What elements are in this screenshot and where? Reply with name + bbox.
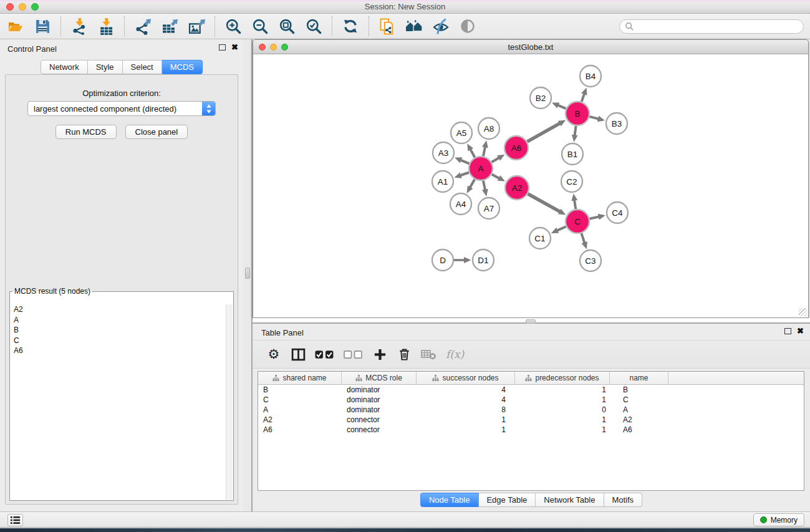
graph-node-D1[interactable]: D1: [473, 249, 494, 271]
task-history-button[interactable]: [7, 514, 23, 526]
mcds-result-item[interactable]: A6: [11, 346, 225, 356]
graph-node-B1[interactable]: B1: [562, 143, 583, 165]
graph-node-C[interactable]: C: [566, 210, 589, 233]
graph-edge-A-A4[interactable]: [470, 179, 475, 187]
graph-edge-A2-C[interactable]: [528, 194, 560, 212]
graph-node-C4[interactable]: C4: [607, 202, 628, 223]
graph-node-A[interactable]: A: [469, 157, 493, 180]
table-row[interactable]: Bdominator41B: [258, 385, 804, 395]
tab-motifs[interactable]: Motifs: [604, 493, 642, 507]
home-networks-button[interactable]: [403, 16, 425, 36]
zoom-fit-button[interactable]: [276, 16, 297, 36]
optimization-criterion-select[interactable]: largest connected component (directed): [27, 101, 216, 116]
graph-edge-A-A5[interactable]: [470, 149, 475, 157]
table-row[interactable]: A2connector11A2: [258, 415, 804, 425]
mcds-result-item[interactable]: C: [11, 336, 225, 346]
graph-node-C2[interactable]: C2: [561, 171, 582, 192]
run-mcds-button[interactable]: Run MCDS: [55, 125, 117, 139]
refresh-layout-button[interactable]: [340, 16, 361, 36]
window-resize-grip[interactable]: [799, 308, 807, 316]
graph-edge-A-A2[interactable]: [492, 174, 499, 178]
graph-edge-A6-B[interactable]: [527, 123, 560, 142]
graph-node-A7[interactable]: A7: [478, 198, 499, 219]
graph-node-C1[interactable]: C1: [529, 228, 551, 249]
graph-edge-A-A1[interactable]: [460, 173, 469, 176]
graph-edge-C-C1[interactable]: [557, 226, 566, 230]
vertical-split-handle[interactable]: [245, 268, 250, 279]
mcds-result-item[interactable]: A: [11, 315, 225, 326]
open-session-button[interactable]: [5, 16, 26, 36]
hide-selected-button[interactable]: [430, 16, 451, 36]
select-all-columns-button[interactable]: [315, 345, 334, 364]
graph-node-B[interactable]: B: [566, 102, 589, 125]
tab-mcds[interactable]: MCDS: [162, 60, 203, 74]
vertical-split-divider[interactable]: [243, 39, 253, 511]
graph-node-A1[interactable]: A1: [432, 171, 453, 192]
search-field[interactable]: [619, 19, 804, 34]
table-settings-button[interactable]: ⚙: [266, 345, 281, 364]
tab-select[interactable]: Select: [123, 60, 162, 74]
table-row[interactable]: Cdominator41C: [258, 395, 804, 405]
graph-edge-A-A8[interactable]: [483, 147, 485, 156]
tab-network[interactable]: Network: [41, 60, 88, 74]
network-window-titlebar[interactable]: testGlobe.txt: [253, 40, 808, 54]
save-session-button[interactable]: [32, 16, 53, 36]
tab-style[interactable]: Style: [88, 60, 123, 74]
table-row[interactable]: Adominator80A: [258, 405, 804, 415]
mcds-result-item[interactable]: A2: [11, 304, 225, 315]
graph-node-C3[interactable]: C3: [580, 250, 601, 271]
graph-edge-C-C3[interactable]: [581, 233, 584, 243]
graph-edge-B-B2[interactable]: [558, 105, 566, 109]
network-canvas[interactable]: B4B2BB3A8A5A6A3B1AA1C2A2A4A7C4CC1C3DD1: [253, 54, 808, 317]
close-panel-icon[interactable]: ✖: [797, 328, 804, 334]
column-header-shared-name[interactable]: shared name: [258, 372, 342, 384]
graph-node-B3[interactable]: B3: [606, 113, 627, 134]
search-input[interactable]: [634, 22, 798, 31]
graph-node-B4[interactable]: B4: [580, 65, 601, 87]
import-table-button[interactable]: [95, 16, 117, 36]
graph-edge-B-B4[interactable]: [582, 94, 584, 102]
horizontal-split-divider[interactable]: [253, 318, 810, 324]
graph-edge-B-B1[interactable]: [575, 126, 576, 135]
tab-network-table[interactable]: Network Table: [536, 493, 604, 507]
graph-edge-A-A7[interactable]: [483, 181, 485, 190]
delete-column-button[interactable]: [397, 345, 412, 364]
column-header-successor-nodes[interactable]: successor nodes: [417, 372, 515, 384]
graph-node-A3[interactable]: A3: [433, 142, 454, 163]
tab-node-table[interactable]: Node Table: [420, 493, 479, 507]
deselect-all-columns-button[interactable]: [344, 345, 363, 364]
graph-edge-A-A6[interactable]: [491, 158, 499, 162]
column-header-predecessor-nodes[interactable]: predecessor nodes: [515, 372, 610, 384]
export-network-button[interactable]: [132, 16, 153, 36]
mcds-list-scrollbar[interactable]: [226, 304, 233, 500]
graph-node-A5[interactable]: A5: [451, 122, 472, 143]
close-panel-icon[interactable]: ✖: [231, 44, 238, 51]
tab-edge-table[interactable]: Edge Table: [478, 493, 536, 507]
graph-node-A8[interactable]: A8: [478, 118, 499, 139]
close-panel-button[interactable]: Close panel: [125, 125, 188, 139]
zoom-out-button[interactable]: [249, 16, 271, 36]
graph-node-A6[interactable]: A6: [504, 136, 528, 160]
graph-edge-C-C2[interactable]: [574, 200, 576, 209]
graph-node-D[interactable]: D: [432, 249, 453, 271]
float-panel-icon[interactable]: [784, 328, 791, 334]
split-columns-button[interactable]: [291, 345, 306, 364]
graph-edge-B-B3[interactable]: [589, 117, 599, 119]
float-panel-icon[interactable]: [219, 44, 226, 51]
column-header-name[interactable]: name: [610, 372, 668, 384]
add-column-button[interactable]: [372, 345, 387, 364]
export-image-button[interactable]: [186, 16, 207, 36]
memory-status-button[interactable]: Memory: [753, 513, 804, 526]
duplicate-network-button[interactable]: [377, 16, 398, 36]
graph-node-A2[interactable]: A2: [505, 176, 529, 200]
graph-edge-A-A3[interactable]: [461, 160, 470, 164]
graph-edge-C-C4[interactable]: [590, 216, 599, 218]
zoom-in-button[interactable]: [223, 16, 244, 36]
export-table-button[interactable]: [159, 16, 180, 36]
horizontal-split-handle[interactable]: [526, 319, 536, 324]
column-header-MCDS-role[interactable]: MCDS role: [342, 372, 417, 384]
graph-node-A4[interactable]: A4: [450, 193, 471, 215]
table-row[interactable]: A6connector11A6: [258, 425, 804, 435]
mcds-result-item[interactable]: B: [11, 325, 225, 336]
show-hidden-button[interactable]: [457, 16, 478, 36]
